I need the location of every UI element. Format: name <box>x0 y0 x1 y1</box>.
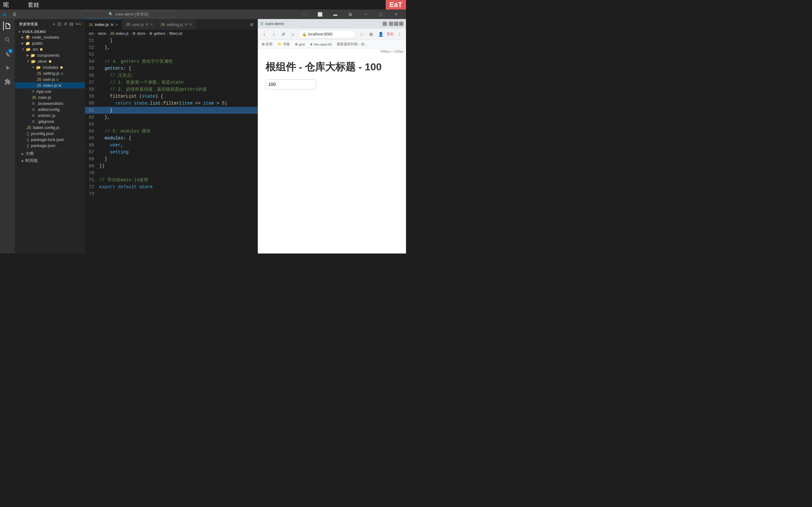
browser-account-btn[interactable]: 👤 <box>377 31 385 38</box>
public-folder[interactable]: ▶ 📁 public <box>15 40 85 46</box>
tab-index-js[interactable]: JS index.js M × <box>85 19 122 30</box>
bookmark-fetch-list[interactable]: 获取面经列表 - 传... <box>336 41 368 47</box>
browser-page-content: 根组件 - 仓库大标题 - 100 <box>258 54 406 253</box>
browser-star-btn[interactable]: ☆ <box>358 31 365 38</box>
code-editor[interactable]: 51 } 52 }, 53 54 // 4. getters 类似于计算属性 5… <box>85 37 258 253</box>
title-search-box[interactable]: 🔍 vuex-demo [管理员] <box>81 11 176 18</box>
eslintrc-file[interactable]: ⚙ .eslintrc.js <box>15 112 85 118</box>
components-label: components <box>37 53 60 58</box>
bookmark-bookmarks[interactable]: 📁 书签 <box>276 41 291 47</box>
babel-config-file[interactable]: JS babel.config.js <box>15 124 85 130</box>
toggle-sidebar-btn[interactable]: ⬛ <box>298 9 312 19</box>
more-options-icon[interactable]: ••• <box>75 21 81 26</box>
bookmark-apps[interactable]: ⊞ 应用 <box>260 41 274 47</box>
timeline-section[interactable]: ▶ 时间线 <box>15 157 85 164</box>
app-vue-label: App.vue <box>36 89 51 94</box>
browser-menu-btn[interactable]: ⋮ <box>396 31 403 38</box>
breadcrumb-sep-5: › <box>166 32 168 36</box>
extensions-icon[interactable] <box>3 77 12 86</box>
search-icon-bar[interactable] <box>3 36 12 44</box>
breadcrumb-filter-list[interactable]: filterList <box>169 32 182 36</box>
browserslistrc-file[interactable]: ⚙ .browserslistrc <box>15 101 85 107</box>
modules-folder[interactable]: ▼ 📂 modules <box>15 64 85 70</box>
tab-user-close-btn[interactable]: × <box>150 22 153 27</box>
src-label: src <box>33 47 38 52</box>
editorconfig-file[interactable]: ⚙ .editorconfig <box>15 107 85 112</box>
run-debug-icon[interactable] <box>3 63 12 72</box>
code-line-60: 60 return state.list.filter(item => item… <box>85 100 258 107</box>
browser-url-bar[interactable]: 🔒 localhost:8080 <box>299 30 356 38</box>
minimize-btn[interactable]: − <box>358 9 373 19</box>
explorer-icon[interactable] <box>3 21 12 31</box>
browser-dims: 546px × 150px <box>258 49 406 54</box>
breadcrumb-getters[interactable]: ⚙ getters <box>149 32 165 36</box>
store-label: store <box>38 59 47 64</box>
toggle-panel-btn[interactable]: ▬ <box>328 9 343 19</box>
maximize-btn[interactable]: □ <box>374 9 388 19</box>
setting-js-file[interactable]: JS setting.js U <box>15 70 85 76</box>
app-vue-file[interactable]: V App.vue <box>15 89 85 95</box>
package-lock-label: package-lock.json <box>31 137 64 142</box>
browser-extensions-btn[interactable]: ⊞ <box>367 31 375 38</box>
collapse-icon[interactable]: ⊟ <box>69 21 73 26</box>
node-modules-folder[interactable]: ▶ 📦 node_modules <box>15 34 85 40</box>
src-folder[interactable]: ▼ 📂 src <box>15 46 85 52</box>
lock-icon: 🔒 <box>302 32 307 37</box>
breadcrumb-src[interactable]: src <box>89 32 94 36</box>
main-js-file[interactable]: JS main.js <box>15 95 85 101</box>
menu-hamburger[interactable]: ☰ <box>10 11 19 17</box>
browser-forward-btn[interactable]: › <box>270 31 277 38</box>
breadcrumb-js-icon: JS <box>110 32 114 36</box>
menu-bar: ☰ <box>10 11 19 17</box>
tab-setting-close-btn[interactable]: × <box>189 22 192 27</box>
bookmark-hm-vant[interactable]: ▼ hm-vant-h5 <box>308 42 333 47</box>
browser-close-btn[interactable]: × <box>399 21 403 26</box>
browser-new-tab-btn[interactable]: + <box>383 21 387 26</box>
bookmark-grid[interactable]: ⊞ grid <box>294 42 306 47</box>
browser-bookmarks-bar: ⊞ 应用 📁 书签 ⊞ grid ▼ hm-vant-h5 获取面经列表 - 传… <box>258 40 406 49</box>
browser-back-btn[interactable]: ‹ <box>260 31 268 38</box>
breadcrumb-store[interactable]: store <box>98 32 106 36</box>
layout-options-btn[interactable]: ⊞ <box>343 9 358 19</box>
browser-maximize-btn[interactable]: □ <box>394 21 398 26</box>
code-line-68: 68 } <box>85 156 258 163</box>
browser-home-btn[interactable]: ⌂ <box>289 31 297 38</box>
index-js-label: index.js <box>43 83 57 88</box>
title-search-text: vuex-demo [管理员] <box>115 12 148 17</box>
root-folder[interactable]: ▼ VUEX-DEMO <box>15 29 85 34</box>
breadcrumb-store-obj[interactable]: ⚙ store <box>132 32 145 36</box>
babel-config-label: babel.config.js <box>33 125 59 130</box>
js-icon-main: JS <box>32 95 36 100</box>
split-editor-icon[interactable]: ⊞ <box>248 21 255 28</box>
tab-index-close-btn[interactable]: × <box>115 22 118 27</box>
index-js-file[interactable]: JS index.js M <box>15 82 85 89</box>
new-folder-icon[interactable]: ⊡ <box>57 21 61 26</box>
browser-update-btn[interactable]: 更新 <box>386 31 394 38</box>
refresh-icon[interactable]: ↺ <box>63 21 67 26</box>
outline-section[interactable]: ▶ 大纲 <box>15 150 85 157</box>
new-file-icon[interactable]: + <box>53 21 55 26</box>
setting-js-untracked: U <box>61 72 63 75</box>
code-line-71: 71 // 导出给main.js使用 <box>85 176 258 183</box>
browser-count-input[interactable] <box>265 79 316 89</box>
eat-label: EaT <box>386 0 406 9</box>
jsconfig-file[interactable]: {} jsconfig.json <box>15 130 85 136</box>
browser-minimize-btn[interactable]: − <box>389 21 393 26</box>
breadcrumb-index-js[interactable]: index.js <box>116 32 129 36</box>
close-btn[interactable]: × <box>389 9 403 19</box>
components-folder[interactable]: ▶ 📁 components <box>15 52 85 58</box>
gitignore-file[interactable]: ⚙ .gitignore <box>15 118 85 124</box>
package-lock-file[interactable]: {} package-lock.json <box>15 136 85 143</box>
json-icon-jsconfig: {} <box>27 131 29 136</box>
tab-setting-js[interactable]: JS setting.js U × <box>157 19 196 30</box>
browser-page: 根组件 - 仓库大标题 - 100 <box>258 54 406 253</box>
user-js-file[interactable]: JS user.js U <box>15 76 85 82</box>
browser-page-title: 根组件 - 仓库大标题 - 100 <box>265 60 398 74</box>
store-folder[interactable]: ▼ 📂 store <box>15 58 85 64</box>
source-control-icon[interactable]: 3 <box>3 49 12 58</box>
tab-user-js[interactable]: JS user.js U × <box>122 19 157 30</box>
toggle-layout-btn[interactable]: ⬜ <box>313 9 327 19</box>
browser-refresh-btn[interactable]: ↺ <box>280 31 287 38</box>
breadcrumb-sep-4: › <box>147 32 148 36</box>
package-json-file[interactable]: {} package.json <box>15 143 85 149</box>
